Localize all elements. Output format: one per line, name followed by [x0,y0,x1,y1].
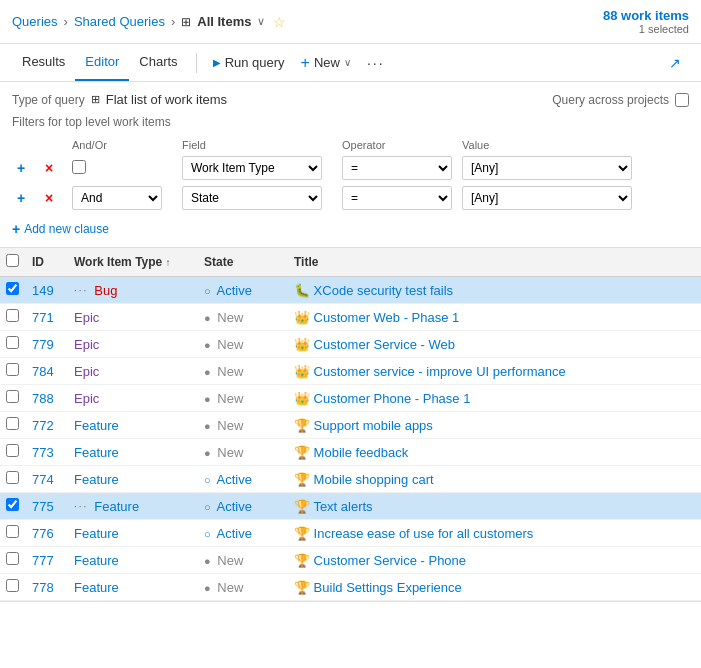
col-header-type[interactable]: Work Item Type ↑ [66,248,196,277]
row-checkbox[interactable] [6,309,19,322]
table-row: 777 Feature ● New 🏆 Customer Service - P… [0,547,701,574]
row-title[interactable]: 🏆 Increase ease of use for all customers [286,520,701,547]
row-checkbox-cell [0,358,24,385]
row-title[interactable]: 🏆 Customer Service - Phone [286,547,701,574]
row-checkbox[interactable] [6,444,19,457]
tab-charts[interactable]: Charts [129,44,187,81]
row-id[interactable]: 778 [24,574,66,601]
row-type-label: Bug [94,283,117,298]
row-id[interactable]: 775 [24,493,66,520]
row-id[interactable]: 149 [24,277,66,304]
row-title[interactable]: 👑 Customer service - improve UI performa… [286,358,701,385]
row-state-label: Active [217,499,252,514]
row-checkbox[interactable] [6,579,19,592]
filter-row1-value[interactable]: [Any] Bug Epic Feature [462,156,632,180]
row-checkbox[interactable] [6,336,19,349]
row-title[interactable]: 👑 Customer Service - Web [286,331,701,358]
row-type: Epic [66,304,196,331]
row-id[interactable]: 776 [24,520,66,547]
breadcrumb-queries[interactable]: Queries [12,14,58,29]
row-title[interactable]: 👑 Customer Web - Phase 1 [286,304,701,331]
run-query-label: Run query [225,55,285,70]
row-title[interactable]: 🐛 XCode security test fails [286,277,701,304]
row-type: Feature [66,574,196,601]
table-row: 784 Epic ● New 👑 Customer service - impr… [0,358,701,385]
row-checkbox-cell [0,466,24,493]
col-header-id[interactable]: ID [24,248,66,277]
row-checkbox[interactable] [6,471,19,484]
breadcrumb-sep-2: › [171,14,175,29]
new-dropdown-icon: ∨ [344,57,351,68]
row-type: Feature [66,547,196,574]
filter-row1-remove[interactable]: × [42,160,56,176]
sort-icon: ↑ [166,257,171,268]
add-clause-button[interactable]: + Add new clause [12,221,689,237]
row-type-label: Epic [74,391,99,406]
filter-row2-remove[interactable]: × [42,190,56,206]
row-state-label: Active [217,472,252,487]
filter-row1-field[interactable]: Work Item Type State Title [182,156,322,180]
row-type-label: Feature [74,580,119,595]
row-id[interactable]: 772 [24,412,66,439]
filter-row1-operator[interactable]: = ≠ contains [342,156,452,180]
col-header-state[interactable]: State [196,248,286,277]
row-state: ● New [196,439,286,466]
query-type-label: Type of query [12,93,85,107]
table-row: 773 Feature ● New 🏆 Mobile feedback [0,439,701,466]
row-title[interactable]: 🏆 Mobile shopping cart [286,466,701,493]
row-checkbox[interactable] [6,498,19,511]
row-state: ○ Active [196,277,286,304]
filter-row2-field[interactable]: State Work Item Type Title [182,186,322,210]
row-state: ● New [196,412,286,439]
row-state-label: New [217,391,243,406]
run-query-button[interactable]: ▶ Run query [205,49,293,76]
row-id[interactable]: 779 [24,331,66,358]
row-checkbox[interactable] [6,363,19,376]
expand-button[interactable]: ↗ [661,49,689,77]
row-id[interactable]: 771 [24,304,66,331]
row-type: Feature [66,466,196,493]
row-id[interactable]: 777 [24,547,66,574]
row-type: ··· Bug [66,277,196,304]
row-title[interactable]: 👑 Customer Phone - Phase 1 [286,385,701,412]
row-title[interactable]: 🏆 Support mobile apps [286,412,701,439]
row-actions[interactable]: ··· [74,501,88,512]
row-state-label: New [217,418,243,433]
filter-row2-value[interactable]: [Any] Active New Closed [462,186,632,210]
query-across-checkbox[interactable] [675,93,689,107]
row-type: ··· Feature [66,493,196,520]
row-title[interactable]: 🏆 Build Settings Experience [286,574,701,601]
breadcrumb-shared-queries[interactable]: Shared Queries [74,14,165,29]
row-type-label: Epic [74,337,99,352]
filter-row2-add[interactable]: + [14,190,28,206]
row-id[interactable]: 773 [24,439,66,466]
breadcrumb-star-icon[interactable]: ☆ [273,14,286,30]
row-checkbox[interactable] [6,525,19,538]
row-actions[interactable]: ··· [74,285,88,296]
select-all-checkbox[interactable] [6,254,19,267]
row-checkbox[interactable] [6,552,19,565]
row-id[interactable]: 784 [24,358,66,385]
row-title[interactable]: 🏆 Mobile feedback [286,439,701,466]
row-checkbox[interactable] [6,282,19,295]
tab-editor[interactable]: Editor [75,44,129,81]
row-type-label: Epic [74,364,99,379]
breadcrumb-current-label[interactable]: All Items [197,14,251,29]
filter-row2-operator[interactable]: = ≠ [342,186,452,210]
table-row: 788 Epic ● New 👑 Customer Phone - Phase … [0,385,701,412]
filter-row2-andor[interactable]: And Or [72,186,162,210]
tab-results[interactable]: Results [12,44,75,81]
more-button[interactable]: ··· [359,49,393,77]
filter-row1-add[interactable]: + [14,160,28,176]
row-checkbox[interactable] [6,417,19,430]
row-checkbox-cell [0,304,24,331]
row-id[interactable]: 774 [24,466,66,493]
col-header-title[interactable]: Title [286,248,701,277]
filter-row1-checkbox[interactable] [72,160,86,174]
tab-divider [196,53,197,73]
row-id[interactable]: 788 [24,385,66,412]
new-button[interactable]: + New ∨ [293,48,359,78]
row-title[interactable]: 🏆 Text alerts [286,493,701,520]
row-checkbox[interactable] [6,390,19,403]
breadcrumb-dropdown-icon[interactable]: ∨ [257,15,265,28]
